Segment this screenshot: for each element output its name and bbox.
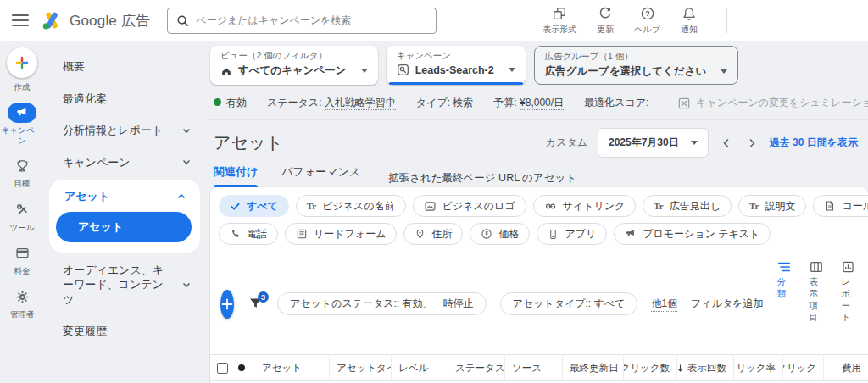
select-all-checkbox[interactable] — [217, 363, 228, 374]
search-campaign-icon — [397, 64, 409, 76]
filter-chip-asset-type[interactable]: アセットタイプ:: すべて — [500, 292, 638, 315]
chip-promotion-text[interactable]: プロモーション テキスト — [614, 223, 771, 245]
document-icon — [824, 200, 836, 212]
filter-chip-asset-status[interactable]: アセットのステータス:: 有効、一時停止 — [277, 292, 487, 315]
date-picker[interactable]: 2025年7月30日 — [598, 128, 709, 158]
filter-count-badge: 3 — [258, 291, 269, 303]
tab-expanded-final-url-assets[interactable]: 拡張された最終ページ URL のアセット — [384, 171, 581, 187]
topbar-actions: 表示形式 更新 ? ヘルプ 通知 — [542, 6, 856, 36]
rail-item-goals[interactable]: 目標 — [1, 156, 43, 188]
rail-item-billing[interactable]: 料金 — [1, 243, 43, 275]
rail-item-tools[interactable]: ツール — [1, 200, 43, 232]
column-header-cost[interactable]: 費用 — [823, 355, 868, 380]
google-ads-logo-icon — [41, 9, 63, 31]
create-button[interactable]: 作成 — [1, 47, 43, 92]
rail-item-campaigns[interactable]: キャンペーン — [1, 103, 43, 145]
date-mode-label: カスタム — [546, 136, 587, 150]
column-header-source[interactable]: ソース — [504, 355, 562, 380]
gear-icon — [8, 286, 36, 307]
page-title: アセット — [214, 131, 283, 154]
create-plus-icon — [7, 47, 37, 78]
help-button[interactable]: ? ヘルプ — [634, 6, 660, 36]
chip-price[interactable]: ¥ 価格 — [470, 223, 530, 245]
sidebar-item-recommendations[interactable]: 最適化案 — [44, 83, 205, 115]
dropdown-caret-icon — [509, 68, 515, 72]
chip-headline[interactable]: Tr 広告見出し — [643, 195, 732, 217]
status-enabled: 有効 — [214, 96, 247, 110]
sidebar-group-assets: アセット アセット — [49, 180, 200, 253]
ad-group-selector[interactable]: 広告グループ（1 個） 広告グループを選択してください — [534, 46, 738, 85]
bell-icon — [682, 6, 697, 21]
column-header-ctr[interactable]: クリック率 — [733, 355, 782, 380]
chip-callout[interactable]: コールアウト — [813, 195, 868, 217]
form-icon — [296, 228, 308, 240]
add-filter-link[interactable]: フィルタを追加 — [691, 297, 763, 311]
home-icon — [220, 65, 232, 77]
phone-icon — [230, 229, 241, 240]
segment-button[interactable]: 分類 — [776, 260, 792, 300]
sidebar-item-insights[interactable]: 分析情報とレポート — [44, 114, 205, 147]
budget-field[interactable]: 予算: ¥8,000/日 — [493, 96, 564, 110]
previous-period-button[interactable] — [719, 137, 734, 149]
svg-text:¥: ¥ — [486, 230, 489, 236]
chip-business-name[interactable]: Tr ビジネスの名前 — [296, 195, 406, 217]
search-input[interactable] — [196, 14, 427, 26]
column-header-clicks[interactable]: クリック数 — [623, 355, 676, 380]
table-header-row: アセット アセットタイプ レベル ステータス ソース 最終更新日 クリック数 表… — [210, 354, 868, 381]
notifications-button[interactable]: 通知 — [681, 6, 698, 36]
view-selector[interactable]: ビュー（2 個のフィルタ） すべてのキャンペーン — [210, 46, 378, 85]
text-asset-icon: Tr — [654, 201, 663, 211]
chevron-down-icon — [181, 125, 192, 136]
global-search[interactable] — [167, 8, 437, 34]
sidebar-item-change-history[interactable]: 変更履歴 — [44, 315, 205, 347]
segment-icon — [776, 260, 792, 274]
status-field[interactable]: ステータス: 入札戦略学習中 — [267, 96, 396, 110]
reports-button[interactable]: レポート — [841, 260, 855, 324]
tab-associations[interactable]: 関連付け — [214, 164, 258, 187]
columns-button[interactable]: 表示項目 — [809, 260, 824, 324]
display-format-button[interactable]: 表示形式 — [542, 6, 576, 36]
more-filters-link[interactable]: 他1個 — [651, 297, 677, 312]
topbar-divider — [726, 8, 727, 33]
chip-business-logo[interactable]: ビジネスのロゴ — [413, 195, 526, 217]
column-header-last-updated[interactable]: 最終更新日 — [562, 355, 623, 380]
assets-card: すべて Tr ビジネスの名前 ビジネスのロゴ サイトリンク — [210, 187, 868, 383]
sidebar-item-overview[interactable]: 概要 — [44, 51, 205, 83]
add-asset-button[interactable] — [220, 290, 234, 319]
table-toolbar: 3 アセットのステータス:: 有効、一時停止 アセットタイプ:: すべて 他1個… — [210, 253, 868, 354]
next-period-button[interactable] — [744, 137, 760, 149]
chip-description[interactable]: Tr 説明文 — [738, 195, 806, 217]
chip-all[interactable]: すべて — [219, 195, 289, 217]
enabled-dot-icon — [214, 98, 221, 106]
column-header-avg-cpc[interactable]: 平均クリック — [782, 355, 823, 380]
asset-type-chip-rows: すべて Tr ビジネスの名前 ビジネスのロゴ サイトリンク — [210, 187, 868, 253]
link-icon — [544, 200, 557, 213]
show-last-30-days-link[interactable]: 過去 30 日間を表示 — [770, 136, 858, 150]
chip-location[interactable]: 住所 — [403, 223, 463, 245]
chip-lead-form[interactable]: リードフォーム — [285, 223, 397, 245]
column-header-impressions[interactable]: 表示回数 — [676, 355, 733, 380]
column-header-asset[interactable]: アセット — [255, 355, 329, 380]
tab-performance[interactable]: パフォーマンス — [281, 164, 360, 187]
sidebar-item-audiences[interactable]: オーディエンス、キーワード、コンテンツ — [44, 254, 205, 316]
sidebar-item-assets-child[interactable]: アセット — [56, 212, 192, 242]
rail-billing-label: 料金 — [14, 266, 31, 275]
context-bar: ビュー（2 個のフィルタ） すべてのキャンペーン キャンペーン Leads-Se… — [210, 46, 868, 85]
help-label: ヘルプ — [634, 24, 660, 36]
sidebar-item-assets[interactable]: アセット — [49, 180, 200, 212]
icon-rail: 作成 キャンペーン 目標 ツール — [0, 41, 44, 383]
column-header-status[interactable]: ステータス — [448, 355, 504, 380]
column-header-asset-type[interactable]: アセットタイプ — [329, 355, 391, 380]
hamburger-menu-icon[interactable] — [12, 14, 29, 26]
type-field: タイプ: 検索 — [416, 96, 474, 110]
rail-item-admin[interactable]: 管理者 — [1, 286, 43, 319]
chip-app[interactable]: アプリ — [537, 223, 607, 245]
filter-button[interactable]: 3 — [248, 296, 264, 312]
column-header-level[interactable]: レベル — [391, 355, 448, 380]
campaign-selector[interactable]: キャンペーン Leads-Search-2 — [387, 46, 526, 85]
refresh-button[interactable]: 更新 — [597, 6, 614, 36]
chip-call[interactable]: 電話 — [219, 223, 278, 245]
brand: Google 広告 — [41, 9, 150, 31]
sidebar-item-campaigns[interactable]: キャンペーン — [44, 147, 205, 179]
chip-sitelink[interactable]: サイトリンク — [533, 195, 637, 217]
